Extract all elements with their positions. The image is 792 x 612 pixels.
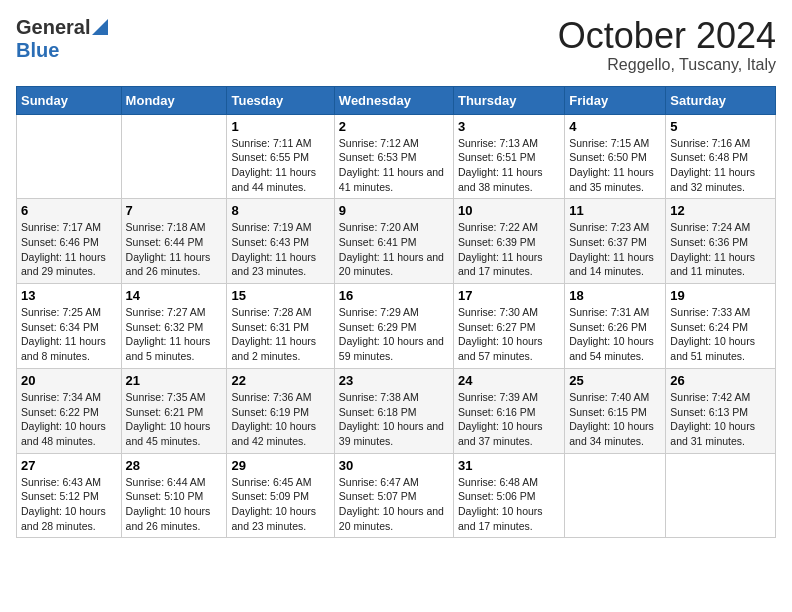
header-day-saturday: Saturday (666, 86, 776, 114)
day-number: 27 (21, 458, 117, 473)
day-number: 30 (339, 458, 449, 473)
day-info: Sunrise: 7:42 AM Sunset: 6:13 PM Dayligh… (670, 390, 771, 449)
header-day-tuesday: Tuesday (227, 86, 334, 114)
day-info: Sunrise: 6:45 AM Sunset: 5:09 PM Dayligh… (231, 475, 329, 534)
day-number: 7 (126, 203, 223, 218)
day-info: Sunrise: 7:29 AM Sunset: 6:29 PM Dayligh… (339, 305, 449, 364)
day-info: Sunrise: 7:20 AM Sunset: 6:41 PM Dayligh… (339, 220, 449, 279)
calendar-cell: 28Sunrise: 6:44 AM Sunset: 5:10 PM Dayli… (121, 453, 227, 538)
day-info: Sunrise: 7:17 AM Sunset: 6:46 PM Dayligh… (21, 220, 117, 279)
day-info: Sunrise: 7:27 AM Sunset: 6:32 PM Dayligh… (126, 305, 223, 364)
day-number: 4 (569, 119, 661, 134)
day-number: 20 (21, 373, 117, 388)
day-number: 23 (339, 373, 449, 388)
calendar-week-row: 13Sunrise: 7:25 AM Sunset: 6:34 PM Dayli… (17, 284, 776, 369)
day-number: 21 (126, 373, 223, 388)
day-info: Sunrise: 7:40 AM Sunset: 6:15 PM Dayligh… (569, 390, 661, 449)
day-info: Sunrise: 6:44 AM Sunset: 5:10 PM Dayligh… (126, 475, 223, 534)
day-info: Sunrise: 7:38 AM Sunset: 6:18 PM Dayligh… (339, 390, 449, 449)
calendar-cell: 14Sunrise: 7:27 AM Sunset: 6:32 PM Dayli… (121, 284, 227, 369)
calendar-cell: 3Sunrise: 7:13 AM Sunset: 6:51 PM Daylig… (453, 114, 564, 199)
day-number: 2 (339, 119, 449, 134)
day-info: Sunrise: 6:47 AM Sunset: 5:07 PM Dayligh… (339, 475, 449, 534)
month-title: October 2024 (558, 16, 776, 56)
day-number: 6 (21, 203, 117, 218)
calendar-cell: 6Sunrise: 7:17 AM Sunset: 6:46 PM Daylig… (17, 199, 122, 284)
calendar-cell: 9Sunrise: 7:20 AM Sunset: 6:41 PM Daylig… (334, 199, 453, 284)
calendar-week-row: 1Sunrise: 7:11 AM Sunset: 6:55 PM Daylig… (17, 114, 776, 199)
day-number: 15 (231, 288, 329, 303)
calendar-cell: 27Sunrise: 6:43 AM Sunset: 5:12 PM Dayli… (17, 453, 122, 538)
logo-arrow-icon (92, 19, 108, 39)
calendar-cell: 1Sunrise: 7:11 AM Sunset: 6:55 PM Daylig… (227, 114, 334, 199)
day-info: Sunrise: 7:30 AM Sunset: 6:27 PM Dayligh… (458, 305, 560, 364)
calendar-cell (121, 114, 227, 199)
header-day-thursday: Thursday (453, 86, 564, 114)
day-info: Sunrise: 6:48 AM Sunset: 5:06 PM Dayligh… (458, 475, 560, 534)
location: Reggello, Tuscany, Italy (558, 56, 776, 74)
day-info: Sunrise: 7:19 AM Sunset: 6:43 PM Dayligh… (231, 220, 329, 279)
calendar-cell: 19Sunrise: 7:33 AM Sunset: 6:24 PM Dayli… (666, 284, 776, 369)
day-info: Sunrise: 7:18 AM Sunset: 6:44 PM Dayligh… (126, 220, 223, 279)
day-info: Sunrise: 7:25 AM Sunset: 6:34 PM Dayligh… (21, 305, 117, 364)
day-number: 22 (231, 373, 329, 388)
day-info: Sunrise: 7:22 AM Sunset: 6:39 PM Dayligh… (458, 220, 560, 279)
logo: General Blue (16, 16, 108, 62)
day-number: 13 (21, 288, 117, 303)
calendar-cell: 21Sunrise: 7:35 AM Sunset: 6:21 PM Dayli… (121, 368, 227, 453)
calendar-cell: 29Sunrise: 6:45 AM Sunset: 5:09 PM Dayli… (227, 453, 334, 538)
title-block: October 2024 Reggello, Tuscany, Italy (558, 16, 776, 74)
day-number: 25 (569, 373, 661, 388)
day-number: 1 (231, 119, 329, 134)
page-header: General Blue October 2024 Reggello, Tusc… (16, 16, 776, 74)
calendar-cell: 25Sunrise: 7:40 AM Sunset: 6:15 PM Dayli… (565, 368, 666, 453)
calendar-cell (565, 453, 666, 538)
calendar-cell: 12Sunrise: 7:24 AM Sunset: 6:36 PM Dayli… (666, 199, 776, 284)
day-number: 17 (458, 288, 560, 303)
calendar-cell: 13Sunrise: 7:25 AM Sunset: 6:34 PM Dayli… (17, 284, 122, 369)
calendar-week-row: 6Sunrise: 7:17 AM Sunset: 6:46 PM Daylig… (17, 199, 776, 284)
day-info: Sunrise: 7:16 AM Sunset: 6:48 PM Dayligh… (670, 136, 771, 195)
calendar-cell: 23Sunrise: 7:38 AM Sunset: 6:18 PM Dayli… (334, 368, 453, 453)
day-number: 26 (670, 373, 771, 388)
header-day-wednesday: Wednesday (334, 86, 453, 114)
day-info: Sunrise: 7:31 AM Sunset: 6:26 PM Dayligh… (569, 305, 661, 364)
calendar-cell: 10Sunrise: 7:22 AM Sunset: 6:39 PM Dayli… (453, 199, 564, 284)
calendar-header-row: SundayMondayTuesdayWednesdayThursdayFrid… (17, 86, 776, 114)
day-number: 19 (670, 288, 771, 303)
day-info: Sunrise: 6:43 AM Sunset: 5:12 PM Dayligh… (21, 475, 117, 534)
calendar-cell: 11Sunrise: 7:23 AM Sunset: 6:37 PM Dayli… (565, 199, 666, 284)
day-number: 12 (670, 203, 771, 218)
header-day-friday: Friday (565, 86, 666, 114)
calendar-cell: 22Sunrise: 7:36 AM Sunset: 6:19 PM Dayli… (227, 368, 334, 453)
header-day-sunday: Sunday (17, 86, 122, 114)
calendar-cell (666, 453, 776, 538)
calendar-cell: 15Sunrise: 7:28 AM Sunset: 6:31 PM Dayli… (227, 284, 334, 369)
calendar-week-row: 20Sunrise: 7:34 AM Sunset: 6:22 PM Dayli… (17, 368, 776, 453)
day-info: Sunrise: 7:33 AM Sunset: 6:24 PM Dayligh… (670, 305, 771, 364)
logo-blue-text: Blue (16, 39, 59, 61)
day-number: 11 (569, 203, 661, 218)
day-number: 24 (458, 373, 560, 388)
day-number: 18 (569, 288, 661, 303)
day-number: 16 (339, 288, 449, 303)
calendar-cell: 4Sunrise: 7:15 AM Sunset: 6:50 PM Daylig… (565, 114, 666, 199)
calendar-cell: 24Sunrise: 7:39 AM Sunset: 6:16 PM Dayli… (453, 368, 564, 453)
day-info: Sunrise: 7:23 AM Sunset: 6:37 PM Dayligh… (569, 220, 661, 279)
day-number: 31 (458, 458, 560, 473)
day-number: 3 (458, 119, 560, 134)
calendar-cell: 31Sunrise: 6:48 AM Sunset: 5:06 PM Dayli… (453, 453, 564, 538)
calendar-cell: 17Sunrise: 7:30 AM Sunset: 6:27 PM Dayli… (453, 284, 564, 369)
calendar-cell: 7Sunrise: 7:18 AM Sunset: 6:44 PM Daylig… (121, 199, 227, 284)
day-info: Sunrise: 7:12 AM Sunset: 6:53 PM Dayligh… (339, 136, 449, 195)
day-info: Sunrise: 7:15 AM Sunset: 6:50 PM Dayligh… (569, 136, 661, 195)
day-number: 28 (126, 458, 223, 473)
header-day-monday: Monday (121, 86, 227, 114)
calendar-table: SundayMondayTuesdayWednesdayThursdayFrid… (16, 86, 776, 539)
calendar-cell: 5Sunrise: 7:16 AM Sunset: 6:48 PM Daylig… (666, 114, 776, 199)
day-info: Sunrise: 7:35 AM Sunset: 6:21 PM Dayligh… (126, 390, 223, 449)
day-info: Sunrise: 7:36 AM Sunset: 6:19 PM Dayligh… (231, 390, 329, 449)
day-number: 5 (670, 119, 771, 134)
day-number: 14 (126, 288, 223, 303)
calendar-cell (17, 114, 122, 199)
